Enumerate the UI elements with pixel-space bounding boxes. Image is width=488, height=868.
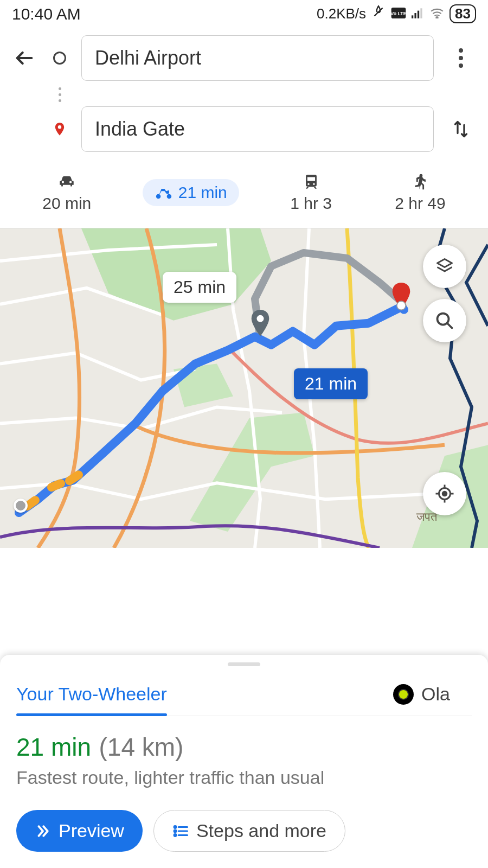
route-description: Fastest route, lighter traffic than usua… [16,767,472,788]
mode-two-wheeler-label: 21 min [178,183,227,202]
ola-icon [393,684,414,705]
origin-input[interactable]: Delhi Airport [81,35,434,81]
svg-point-8 [166,194,171,199]
svg-point-21 [397,301,406,310]
my-location-button[interactable] [423,472,466,515]
swap-button[interactable] [445,119,477,139]
svg-point-25 [174,826,176,828]
svg-point-6 [436,17,438,18]
sheet-tabs: Your Two-Wheeler Ola [16,676,472,716]
tab-your-two-wheeler[interactable]: Your Two-Wheeler [16,676,167,716]
origin-dot-icon [14,499,28,513]
mode-transit[interactable]: 1 hr 3 [278,168,344,217]
svg-line-15 [27,500,35,506]
svg-point-27 [174,834,176,836]
svg-rect-5 [420,8,422,18]
svg-point-12 [313,183,314,185]
action-row: Preview Steps and more [16,810,472,852]
svg-point-11 [307,183,309,185]
steps-button[interactable]: Steps and more [153,810,345,852]
battery-level: 83 [450,4,476,23]
route-connector-icon [49,87,70,102]
route-distance: (14 km) [99,733,184,761]
sheet-grab-handle[interactable] [228,662,260,666]
directions-header: Delhi Airport India Gate 20 min 21 min [0,25,488,228]
more-options-button[interactable] [445,48,477,68]
wifi-icon [430,5,444,22]
tab-your-two-wheeler-label: Your Two-Wheeler [16,684,167,705]
svg-point-26 [174,830,176,832]
tab-ola-label: Ola [421,684,450,705]
route-time: 21 min [16,733,91,761]
origin-marker-icon [49,52,70,65]
status-right: 0.2KB/s Vo LTE 83 [317,4,476,23]
map-view[interactable]: T N जपत 25 min 21 min [0,228,488,548]
tab-ola[interactable]: Ola [393,676,450,716]
svg-line-16 [52,483,61,487]
svg-rect-4 [418,11,419,18]
back-button[interactable] [11,47,38,69]
alt-route-label[interactable]: 25 min [163,272,236,303]
bottom-sheet[interactable]: Your Two-Wheeler Ola 21 min (14 km) Fast… [0,655,488,868]
travel-mode-tabs: 20 min 21 min 1 hr 3 2 hr 49 [11,158,477,228]
layers-button[interactable] [423,245,466,288]
waypoint-pin-icon [249,310,271,340]
mode-car-label: 20 min [42,194,91,213]
preview-button[interactable]: Preview [16,810,143,852]
svg-line-17 [69,475,79,481]
volte-icon: Vo LTE [391,5,406,22]
svg-rect-3 [415,13,416,18]
mode-transit-label: 1 hr 3 [290,194,332,213]
svg-rect-2 [412,15,413,18]
map-search-button[interactable] [423,299,466,342]
destination-input[interactable]: India Gate [81,106,434,152]
preview-button-label: Preview [59,820,124,841]
signal-icon [412,5,425,22]
destination-pin-icon [390,283,412,313]
destination-marker-icon [49,122,70,137]
svg-point-20 [257,315,264,322]
mute-icon [371,5,386,23]
mode-car[interactable]: 20 min [30,168,103,217]
svg-rect-10 [307,177,314,181]
main-route-label[interactable]: 21 min [294,368,368,399]
mode-walk[interactable]: 2 hr 49 [383,168,457,217]
svg-text:Vo LTE: Vo LTE [391,11,406,16]
svg-point-7 [156,194,161,199]
status-bar: 10:40 AM 0.2KB/s Vo LTE 83 [0,0,488,25]
mode-walk-label: 2 hr 49 [395,194,445,213]
steps-button-label: Steps and more [196,820,326,841]
status-time: 10:40 AM [12,5,81,23]
svg-point-24 [442,492,447,496]
route-summary: 21 min (14 km) [16,732,472,762]
mode-two-wheeler[interactable]: 21 min [143,179,239,206]
status-data-rate: 0.2KB/s [317,5,366,22]
